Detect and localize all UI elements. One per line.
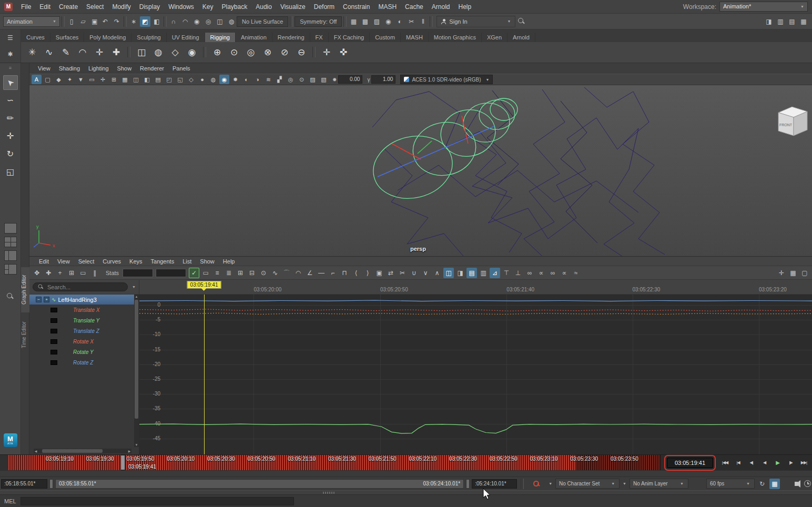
viewport-renderer-badge[interactable]: A [32,75,42,84]
layout-two-pane-button[interactable] [4,250,17,261]
swap-buffer-curve-icon[interactable]: ⇄ [385,268,396,278]
paint-select-tool[interactable]: ✏ [3,111,18,126]
cv-curve-tool-icon[interactable]: ∿ [41,44,57,60]
lock-camera-icon[interactable]: ◆ [54,75,64,84]
parent-constraint-icon[interactable]: ⊕ [209,44,225,60]
image-plane-icon[interactable]: ▭ [87,75,97,84]
step-back-key-button[interactable]: ◀| [745,457,757,469]
frame-playback-range-icon[interactable]: ⊟ [247,268,257,278]
snap-to-view-plane-icon[interactable]: ◫ [215,16,225,27]
bookmarks-icon[interactable]: ▼ [76,75,86,84]
shelf-tab[interactable]: Animation [236,33,272,42]
outliner-node-row[interactable]: − + ∿ LeftHandRing3 [29,295,139,305]
go-to-start-button[interactable]: |◀◀ [719,457,731,469]
free-tangent-weight-icon[interactable]: ∨ [420,268,431,278]
template-channel-icon[interactable]: ⊤ [501,268,512,278]
plateau-tangent-icon[interactable]: ⊓ [339,268,350,278]
snap-to-point-icon[interactable]: ◉ [191,16,202,27]
scroll-up-icon[interactable]: ▲ [134,295,139,298]
gate-mask-icon[interactable]: ◧ [142,75,152,84]
pin-channel-icon[interactable]: ⊥ [513,268,523,278]
zoom-layout-icon[interactable] [6,292,14,300]
go-to-end-button[interactable]: ▶▶| [798,457,810,469]
collapse-icon[interactable]: − [36,297,42,302]
buffer-curve-snapshot-icon[interactable]: ▣ [374,268,384,278]
playback-start-field[interactable]: 03:05:18:55.01* [59,481,96,486]
auto-load-selected-icon[interactable]: ▤ [466,268,477,278]
pause-viewport-icon[interactable]: ‖ [418,16,428,27]
current-time-line[interactable] [204,295,205,454]
viewport-canvas[interactable]: FRONT y x persp [29,85,812,256]
default-out-tangent-icon[interactable]: ⟩ [362,268,373,278]
outliner-vertical-scrollbar[interactable]: ▲ ▼ [134,295,139,447]
outliner-horizontal-scrollbar[interactable]: ◀ ▶ [34,449,131,453]
shelf-tab[interactable]: Custom [370,33,401,42]
ipr-render-icon[interactable]: ▨ [371,16,382,27]
animation-end-field[interactable]: :05:24:10.01* [472,479,517,489]
shelf-tab[interactable]: Arnold [508,33,535,42]
paint-skin-weights-icon[interactable]: ◉ [184,44,200,60]
post-infinity-cycle-icon[interactable]: ∞ [547,268,558,278]
lasso-select-tool[interactable]: ∽ [3,93,18,108]
open-scene-icon[interactable]: ▱ [78,16,88,27]
region-tool-icon[interactable]: ▭ [78,268,88,278]
graph-editor-menu-item[interactable]: List [178,258,196,265]
tab-graph-editor[interactable]: Graph Editor [21,267,29,312]
shelf-tab[interactable]: XGen [482,33,508,42]
post-infinity-offset-icon[interactable]: ∝ [559,268,570,278]
step-back-frame-button[interactable]: |◀ [732,457,744,469]
render-current-frame-icon[interactable]: ▩ [360,16,370,27]
viewport-menu-item[interactable]: Show [113,65,136,72]
camera-attributes-icon[interactable]: ✦ [65,75,75,84]
graph-editor-menu-item[interactable]: Keys [125,258,146,265]
menu-item[interactable]: MASH [374,0,401,14]
pre-infinity-offset-icon[interactable]: ∝ [536,268,546,278]
command-input[interactable] [21,497,294,505]
graph-editor-menu-item[interactable]: Show [196,258,219,265]
viewport-menu-item[interactable]: Lighting [84,65,113,72]
curve-smoothness-icon[interactable]: ≈ [571,268,581,278]
select-object-icon[interactable]: ◩ [140,16,150,27]
screen-space-ao-icon[interactable]: ◑ [252,75,262,84]
add-keys-tool-icon[interactable]: + [55,268,65,278]
step-tangent-icon[interactable]: ⌐ [328,268,338,278]
menu-item[interactable]: Edit [35,0,55,14]
render-view-icon[interactable]: ▦ [348,16,359,27]
field-chart-icon[interactable]: ▤ [153,75,163,84]
shelf-tab[interactable]: Sculpting [131,33,166,42]
viewport-menu-item[interactable]: Renderer [136,65,168,72]
animation-preferences-icon[interactable] [804,480,811,487]
frame-all-icon[interactable]: ⊞ [235,268,246,278]
render-settings-icon[interactable]: ◉ [383,16,393,27]
move-tool[interactable]: ✛ [3,129,18,144]
isolate-select-icon[interactable]: ⊙ [297,75,307,84]
scrollbar-thumb[interactable] [42,449,103,453]
aim-constraint-icon[interactable]: ⊗ [260,44,276,60]
camera-view-icon[interactable]: ▢ [799,268,810,278]
workspace-selector[interactable]: Animation* ▼ [719,2,808,12]
time-snap-icon[interactable]: ◫ [443,268,454,278]
shelf-tab[interactable]: Surfaces [50,33,84,42]
colorspace-selector[interactable]: ACES 1.0 SDR-video (sRGB) ▼ [400,75,493,84]
layout-single-pane-button[interactable] [4,223,17,234]
shelf-tab[interactable]: Poly Modeling [84,33,131,42]
mirror-joints-icon[interactable]: ◫ [134,44,149,60]
channel-translate-x[interactable]: Translate X [29,305,139,315]
create-locator-icon[interactable]: ✳ [24,44,40,60]
save-scene-icon[interactable]: ▣ [89,16,100,27]
viewport-menu-item[interactable]: View [34,65,55,72]
step-forward-key-button[interactable]: |▶ [785,457,797,469]
smooth-shade-mode-icon[interactable]: ● [197,75,207,84]
resolution-gate-icon[interactable]: ◫ [131,75,141,84]
stats-time-field[interactable] [123,269,153,277]
maya-logo-icon[interactable]: M [4,3,13,11]
expand-icon[interactable]: + [44,297,49,302]
default-in-tangent-icon[interactable]: ⟨ [351,268,361,278]
menu-item[interactable]: Playback [218,0,252,14]
shelf-tab[interactable]: MASH [401,33,429,42]
select-hierarchy-icon[interactable]: ∗ [128,16,139,27]
scale-constraint-icon[interactable]: ⊘ [277,44,292,60]
shadows-icon[interactable]: ◐ [241,75,251,84]
animation-curve-translate-z[interactable] [139,300,812,301]
normalized-view-icon[interactable]: ≣ [224,268,234,278]
